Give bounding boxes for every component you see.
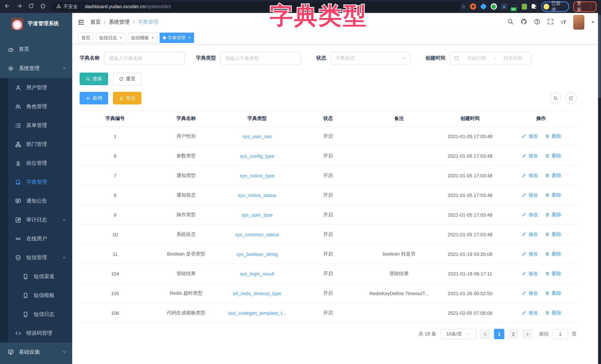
cell-dict-type-link[interactable]: sys_common_status	[235, 232, 279, 237]
dict-name-input[interactable]	[104, 52, 185, 64]
prev-page-button[interactable]	[480, 329, 490, 339]
tab[interactable]: 短信模板×	[128, 33, 157, 43]
page-number-button[interactable]: 1	[494, 329, 504, 339]
sidebar-item[interactable]: 角色管理	[0, 97, 72, 116]
paused-extension-pill[interactable]: 已暂停	[541, 1, 569, 12]
url-host[interactable]: dashboard.yudao.iocoder.cn	[85, 4, 145, 9]
sidebar-item[interactable]: 首页	[0, 40, 72, 59]
font-size-icon[interactable]: TT	[561, 19, 566, 25]
sidebar-item[interactable]: 字典管理	[0, 172, 72, 192]
edit-link[interactable]: 修改	[521, 192, 538, 199]
tab[interactable]: 首页	[78, 33, 94, 43]
delete-link[interactable]: 删除	[544, 251, 561, 257]
tab[interactable]: 短信日志×	[96, 33, 126, 43]
sidebar-item[interactable]: 系统管理	[0, 59, 72, 78]
search-button[interactable]: 搜索	[80, 72, 108, 85]
show-search-toggle-button[interactable]	[550, 92, 561, 104]
browser-update-button[interactable]: 更新 ⋮	[573, 1, 597, 12]
sidebar-item[interactable]: 菜单管理	[0, 116, 72, 135]
delete-link[interactable]: 删除	[544, 290, 561, 297]
extension-icon[interactable]	[470, 3, 476, 10]
cell-dict-type-link[interactable]: sys_config_type	[240, 153, 274, 159]
cell-dict-type-link[interactable]: sys_notice_status	[238, 192, 276, 198]
sidebar-item[interactable]: 用户管理	[0, 78, 72, 97]
delete-link[interactable]: 删除	[544, 192, 561, 199]
breadcrumb-home[interactable]: 首页	[90, 19, 101, 26]
cell-dict-type-link[interactable]: sys_oper_type	[241, 212, 273, 218]
extensions-puzzle-icon[interactable]	[531, 3, 537, 10]
edit-link[interactable]: 修改	[521, 310, 538, 316]
extension-icon[interactable]	[480, 3, 487, 10]
delete-link[interactable]: 删除	[544, 231, 561, 238]
status-select[interactable]: 字典状态	[331, 52, 410, 64]
bookmark-star-icon[interactable]: ☆	[461, 4, 466, 9]
sidebar-item[interactable]: 短信渠道	[0, 267, 72, 286]
dict-type-input[interactable]	[220, 52, 301, 64]
fullscreen-icon[interactable]	[548, 18, 554, 26]
reset-button[interactable]: 重置	[113, 72, 141, 85]
sidebar-item[interactable]: 短信日志	[0, 305, 72, 324]
address-bar[interactable]: 不安全 dashboard.yudao.iocoder.cn /system/d…	[51, 2, 461, 11]
cell-dict-type-link[interactable]: sys_notice_type	[240, 173, 274, 178]
edit-link[interactable]: 修改	[521, 133, 538, 140]
home-icon[interactable]	[40, 3, 46, 10]
search-icon[interactable]	[508, 18, 514, 26]
edit-link[interactable]: 修改	[521, 290, 538, 297]
github-icon[interactable]	[521, 18, 527, 26]
sidebar-item[interactable]: 通知公告	[0, 192, 72, 210]
back-icon[interactable]	[4, 3, 10, 10]
sidebar-item[interactable]: 短信管理	[0, 248, 72, 267]
delete-link[interactable]: 删除	[544, 270, 561, 277]
extension-icon[interactable]	[522, 3, 527, 10]
sidebar-item[interactable]: 基础设施	[0, 343, 72, 362]
goto-page-input[interactable]	[552, 329, 568, 339]
extension-icon[interactable]	[491, 3, 497, 10]
refresh-table-button[interactable]	[565, 92, 577, 104]
reload-icon[interactable]	[28, 3, 34, 10]
delete-link[interactable]: 删除	[544, 310, 561, 316]
security-warning-icon[interactable]	[56, 3, 61, 10]
sidebar-item[interactable]: 岗位管理	[0, 154, 72, 172]
menu-dots-icon[interactable]: ⋮	[588, 4, 593, 9]
forward-icon[interactable]	[16, 3, 22, 10]
edit-link[interactable]: 修改	[521, 172, 538, 179]
app-logo-row[interactable]: 芋道管理系统	[0, 13, 72, 34]
sidebar-item[interactable]: 在线用户	[0, 229, 72, 248]
extension-icon[interactable]: ◆	[501, 3, 507, 10]
delete-link[interactable]: 删除	[544, 152, 561, 159]
tab-close-icon[interactable]: ×	[188, 35, 191, 40]
page-number-button[interactable]: 2	[508, 329, 518, 339]
edit-link[interactable]: 修改	[521, 231, 538, 238]
security-warning-label[interactable]: 不安全	[63, 3, 78, 10]
chevron-down-icon[interactable]	[591, 21, 594, 24]
cell-dict-type-link[interactable]: sys_user_sex	[242, 133, 272, 139]
sidebar-item[interactable]: 审计日志	[0, 210, 72, 229]
help-icon[interactable]	[534, 18, 541, 26]
edit-link[interactable]: 修改	[521, 251, 538, 257]
user-avatar[interactable]	[573, 15, 584, 30]
cell-dict-type-link[interactable]: inf_redis_timeout_type	[233, 291, 281, 296]
edit-link[interactable]: 修改	[521, 270, 538, 277]
delete-link[interactable]: 删除	[544, 212, 561, 218]
sidebar-item[interactable]: 短信模板	[0, 286, 72, 305]
cell-dict-type-link[interactable]: sys_boolean_string	[236, 251, 278, 257]
breadcrumb-system[interactable]: 系统管理	[109, 19, 130, 26]
tab-close-icon[interactable]: ×	[151, 35, 154, 40]
scrollbar-thumb[interactable]	[598, 15, 601, 98]
export-button[interactable]: 导出	[113, 92, 141, 104]
date-range-picker[interactable]: 开始日期 ~ 结束日期	[450, 52, 531, 64]
cell-dict-type-link[interactable]: sys_login_result	[240, 271, 274, 276]
page-size-select[interactable]: 10条/页	[441, 329, 476, 339]
add-button[interactable]: 新增	[80, 92, 108, 104]
delete-link[interactable]: 删除	[544, 133, 561, 140]
edit-link[interactable]: 修改	[521, 152, 538, 159]
sidebar-item[interactable]: 错误码管理	[0, 324, 72, 343]
window-scrollbar[interactable]	[598, 13, 601, 364]
url-path[interactable]: /system/dict	[145, 4, 171, 9]
tab[interactable]: 字典管理×	[160, 33, 194, 43]
cell-dict-type-link[interactable]: tool_codegen_template_t...	[228, 310, 286, 316]
sidebar-item[interactable]: 部门管理	[0, 135, 72, 154]
edit-link[interactable]: 修改	[521, 212, 538, 218]
next-page-button[interactable]	[522, 329, 532, 339]
tab-close-icon[interactable]: ×	[120, 35, 122, 40]
